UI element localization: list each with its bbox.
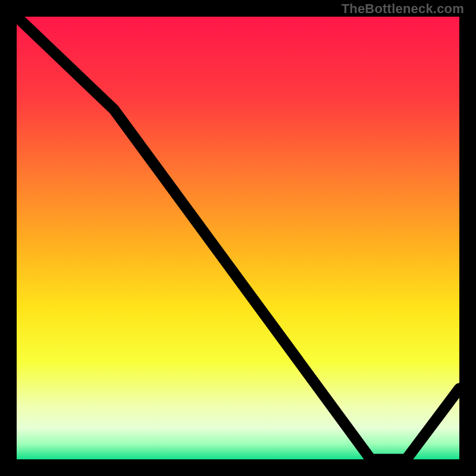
plot-area [17, 17, 459, 459]
svg-rect-0 [17, 17, 459, 459]
gradient-bg [17, 17, 459, 459]
watermark-text: TheBottleneck.com [342, 1, 464, 17]
chart-frame: TheBottleneck.com [0, 0, 476, 476]
